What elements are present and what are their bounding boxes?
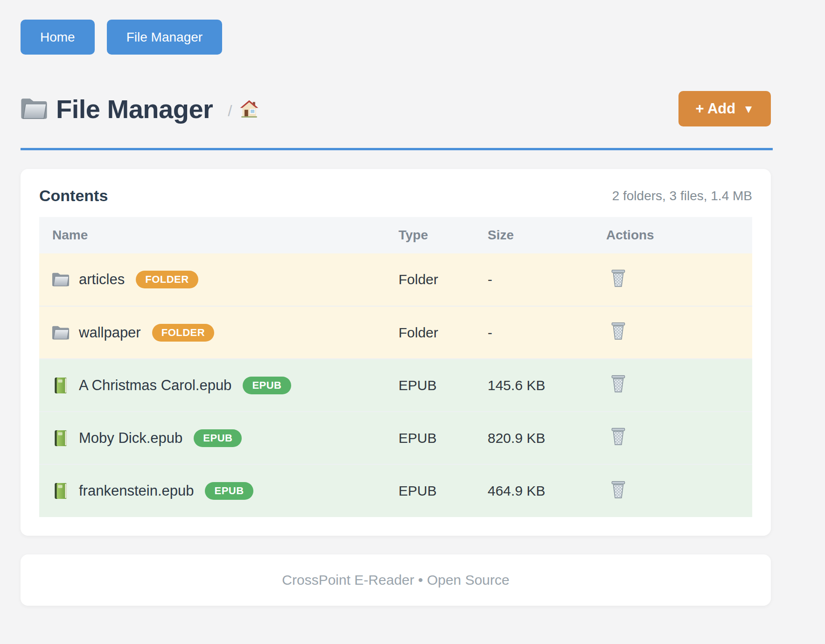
type-cell: EPUB <box>399 412 488 464</box>
files-table: Name Type Size Actions articles FOLDER F… <box>39 217 752 517</box>
page-header: File Manager / + Add ▼ <box>21 91 771 126</box>
add-button[interactable]: + Add ▼ <box>678 91 771 126</box>
type-badge: EPUB <box>243 377 291 394</box>
wastebasket-icon <box>610 480 627 499</box>
table-row: articles FOLDER Folder - <box>39 253 752 306</box>
column-header-name: Name <box>39 217 399 253</box>
table-row: wallpaper FOLDER Folder - <box>39 306 752 359</box>
breadcrumb-home-link[interactable] <box>240 99 259 118</box>
wastebasket-icon <box>610 322 627 340</box>
book-icon <box>52 482 70 500</box>
folder-icon <box>52 324 70 342</box>
book-icon <box>52 429 70 447</box>
page-title: File Manager <box>56 94 213 124</box>
wastebasket-icon <box>610 374 627 393</box>
delete-button[interactable] <box>606 374 627 393</box>
title-underline <box>21 148 773 150</box>
delete-button[interactable] <box>606 322 627 340</box>
type-cell: Folder <box>399 253 488 306</box>
footer-text: CrossPoint E-Reader • Open Source <box>282 572 509 588</box>
footer: CrossPoint E-Reader • Open Source <box>21 554 771 606</box>
type-cell: Folder <box>399 306 488 359</box>
delete-button[interactable] <box>606 269 627 287</box>
table-body: articles FOLDER Folder - wallpaper FOLDE… <box>39 253 752 517</box>
table-row: frankenstein.epub EPUB EPUB 464.9 KB <box>39 464 752 517</box>
column-header-actions: Actions <box>606 217 752 253</box>
file-name[interactable]: wallpaper <box>79 324 141 341</box>
contents-card: Contents 2 folders, 3 files, 1.4 MB Name… <box>21 169 771 536</box>
nav-file-manager-button[interactable]: File Manager <box>107 20 222 55</box>
table-row: A Christmas Carol.epub EPUB EPUB 145.6 K… <box>39 359 752 412</box>
wastebasket-icon <box>610 269 627 287</box>
size-cell: 145.6 KB <box>488 359 606 412</box>
file-name[interactable]: Moby Dick.epub <box>79 430 182 447</box>
delete-button[interactable] <box>606 480 627 499</box>
size-cell: 464.9 KB <box>488 464 606 517</box>
column-header-type: Type <box>399 217 488 253</box>
size-cell: - <box>488 306 606 359</box>
chevron-down-icon: ▼ <box>743 103 754 116</box>
contents-card-header: Contents 2 folders, 3 files, 1.4 MB <box>39 187 752 205</box>
home-icon <box>240 99 259 118</box>
breadcrumb-separator: / <box>228 98 232 120</box>
contents-summary: 2 folders, 3 files, 1.4 MB <box>612 189 752 203</box>
table-row: Moby Dick.epub EPUB EPUB 820.9 KB <box>39 412 752 464</box>
nav-home-button[interactable]: Home <box>21 20 95 55</box>
type-badge: EPUB <box>205 482 253 500</box>
size-cell: 820.9 KB <box>488 412 606 464</box>
wastebasket-icon <box>610 427 627 446</box>
type-badge: FOLDER <box>152 324 214 342</box>
type-badge: EPUB <box>194 429 242 447</box>
type-cell: EPUB <box>399 464 488 517</box>
page: Home File Manager File Manager / + Add ▼… <box>21 0 771 606</box>
file-name[interactable]: frankenstein.epub <box>79 483 194 499</box>
delete-button[interactable] <box>606 427 627 446</box>
column-header-size: Size <box>488 217 606 253</box>
add-button-label: + Add <box>695 100 735 117</box>
type-badge: FOLDER <box>136 271 198 288</box>
title-group: File Manager / <box>21 94 259 124</box>
contents-heading: Contents <box>39 187 108 205</box>
book-icon <box>52 377 70 394</box>
size-cell: - <box>488 253 606 306</box>
top-nav: Home File Manager <box>21 0 771 55</box>
folder-icon <box>21 97 48 120</box>
file-name[interactable]: A Christmas Carol.epub <box>79 377 231 394</box>
table-header-row: Name Type Size Actions <box>39 217 752 253</box>
type-cell: EPUB <box>399 359 488 412</box>
folder-icon <box>52 271 70 288</box>
file-name[interactable]: articles <box>79 271 125 288</box>
